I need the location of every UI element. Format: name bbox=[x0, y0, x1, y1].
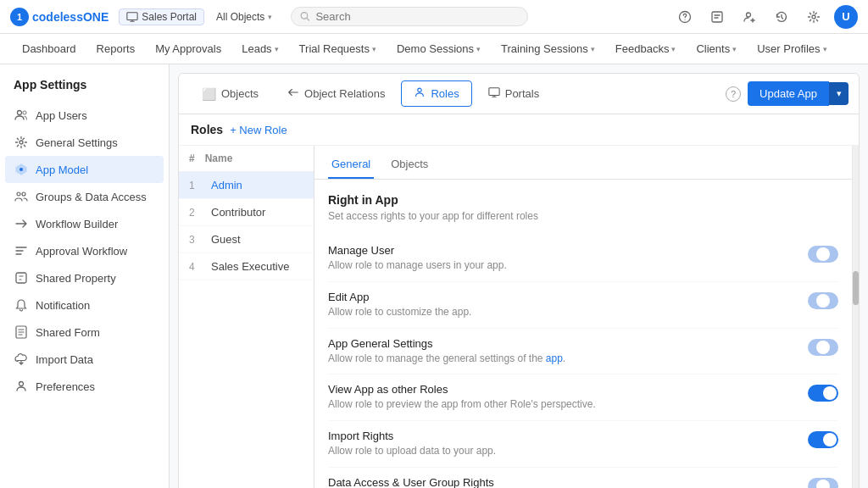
sidebar: App Settings App Users General Settings … bbox=[0, 64, 170, 488]
main-layout: App Settings App Users General Settings … bbox=[0, 64, 868, 488]
sidebar-item-preferences[interactable]: Preferences bbox=[0, 373, 169, 400]
tab-object-relations[interactable]: Object Relations bbox=[275, 80, 398, 107]
chevron-down-icon: ▾ bbox=[476, 45, 481, 53]
preferences-icon bbox=[14, 379, 29, 394]
shared-property-icon bbox=[14, 270, 29, 286]
col-name: Name bbox=[205, 152, 233, 164]
nav-training-sessions[interactable]: Training Sessions▾ bbox=[492, 39, 604, 58]
workflow-icon bbox=[14, 216, 29, 231]
nav-leads[interactable]: Leads▾ bbox=[233, 39, 287, 58]
relations-tab-icon bbox=[287, 86, 299, 101]
nav-user-profiles[interactable]: User Profiles▾ bbox=[748, 39, 835, 58]
sidebar-item-shared-property[interactable]: Shared Property bbox=[0, 264, 169, 291]
sidebar-item-app-model[interactable]: App Model bbox=[5, 156, 164, 183]
scrollbar-thumb[interactable] bbox=[853, 271, 859, 305]
nav-reports[interactable]: Reports bbox=[88, 39, 144, 58]
svg-point-8 bbox=[23, 111, 26, 114]
chevron-down-icon: ▾ bbox=[732, 45, 737, 53]
chevron-down-icon: ▾ bbox=[275, 45, 279, 53]
svg-point-6 bbox=[812, 15, 815, 19]
sidebar-title: App Settings bbox=[0, 75, 169, 102]
sidebar-item-shared-form[interactable]: Shared Form bbox=[0, 319, 169, 346]
table-row[interactable]: 2 Contributor bbox=[179, 199, 314, 226]
sidebar-item-groups-data-access[interactable]: Groups & Data Access bbox=[0, 183, 169, 210]
svg-point-7 bbox=[18, 111, 22, 115]
sidebar-item-general-settings[interactable]: General Settings bbox=[0, 129, 169, 156]
detail-content: Right in App Set access rights to your a… bbox=[314, 180, 852, 488]
table-row[interactable]: 4 Sales Executive bbox=[179, 253, 314, 280]
chevron-down-icon: ▾ bbox=[671, 45, 676, 53]
svg-point-11 bbox=[17, 192, 20, 196]
monitor-icon bbox=[126, 11, 138, 23]
sidebar-item-workflow-builder[interactable]: Workflow Builder bbox=[0, 210, 169, 237]
cloud-icon bbox=[14, 352, 29, 367]
app-badge[interactable]: Sales Portal bbox=[119, 8, 204, 25]
sidebar-item-approval-workflow[interactable]: Approval Workflow bbox=[0, 237, 169, 264]
nav-clients[interactable]: Clients▾ bbox=[687, 39, 745, 58]
table-row[interactable]: 1 Admin bbox=[179, 172, 314, 199]
roles-list-header: # Name bbox=[179, 146, 314, 172]
permission-row-app-general-settings: App General Settings Allow role to manag… bbox=[328, 329, 838, 375]
new-role-button[interactable]: + New Role bbox=[230, 124, 287, 136]
detail-tab-general[interactable]: General bbox=[328, 152, 374, 179]
tabs-header: ⬜ Objects Object Relations Roles bbox=[179, 74, 859, 114]
svg-point-16 bbox=[418, 88, 421, 92]
sidebar-item-app-users[interactable]: App Users bbox=[0, 102, 169, 129]
person-add-icon[interactable] bbox=[737, 5, 761, 29]
logo-icon: 1 bbox=[10, 8, 29, 26]
search-container bbox=[291, 7, 528, 26]
scrollbar[interactable] bbox=[852, 146, 859, 488]
help-icon[interactable] bbox=[673, 5, 697, 29]
roles-bar: Roles + New Role bbox=[179, 114, 859, 146]
data-access-toggle[interactable] bbox=[808, 478, 838, 488]
roles-tab-icon bbox=[414, 86, 426, 101]
nav-trial-requests[interactable]: Trial Requests▾ bbox=[291, 39, 385, 58]
info-icon[interactable]: ? bbox=[726, 86, 741, 102]
logo[interactable]: 1 codelessONE bbox=[10, 8, 108, 26]
roles-list: # Name 1 Admin 2 Contributor 3 Guest bbox=[179, 146, 314, 488]
top-bar: 1 codelessONE Sales Portal All Objects ▾… bbox=[0, 0, 868, 34]
detail-tabs: General Objects bbox=[314, 146, 852, 180]
nav-demo-sessions[interactable]: Demo Sessions▾ bbox=[388, 39, 489, 58]
contacts-icon[interactable] bbox=[705, 5, 729, 29]
update-app-main-button[interactable]: Update App bbox=[748, 81, 829, 106]
import-rights-toggle[interactable] bbox=[808, 431, 838, 448]
search-icon bbox=[300, 11, 310, 22]
svg-point-9 bbox=[19, 141, 23, 144]
history-icon[interactable] bbox=[770, 5, 793, 29]
detail-tab-objects[interactable]: Objects bbox=[387, 152, 431, 179]
bell-icon bbox=[14, 297, 29, 313]
svg-point-10 bbox=[19, 168, 23, 171]
roles-title: Roles bbox=[191, 123, 223, 136]
sidebar-item-import-data[interactable]: Import Data bbox=[0, 346, 169, 373]
svg-point-3 bbox=[684, 19, 685, 19]
table-row[interactable]: 3 Guest bbox=[179, 226, 314, 253]
update-app-dropdown-button[interactable]: ▾ bbox=[829, 82, 849, 105]
sidebar-item-notification[interactable]: Notification bbox=[0, 291, 169, 319]
avatar[interactable]: U bbox=[834, 5, 858, 29]
nav-my-approvals[interactable]: My Approvals bbox=[147, 39, 230, 58]
nav-bar: Dashboard Reports My Approvals Leads▾ Tr… bbox=[0, 34, 868, 64]
nav-dashboard[interactable]: Dashboard bbox=[14, 39, 85, 58]
tab-portals[interactable]: Portals bbox=[476, 80, 552, 107]
search-input[interactable] bbox=[315, 10, 519, 23]
section-desc: Set access rights to your app for differ… bbox=[328, 210, 838, 222]
app-general-settings-toggle[interactable] bbox=[808, 339, 838, 356]
edit-app-toggle[interactable] bbox=[808, 292, 838, 309]
tab-objects[interactable]: ⬜ Objects bbox=[189, 81, 271, 107]
all-objects-button[interactable]: All Objects ▾ bbox=[211, 8, 277, 25]
svg-point-5 bbox=[747, 13, 751, 17]
section-title: Right in App bbox=[328, 193, 838, 207]
col-num: # bbox=[189, 152, 195, 164]
chevron-down-icon: ▾ bbox=[591, 45, 595, 53]
view-app-as-roles-toggle[interactable] bbox=[808, 385, 838, 402]
brand-name: codelessONE bbox=[32, 10, 108, 24]
tab-roles[interactable]: Roles bbox=[401, 80, 471, 107]
form-icon bbox=[14, 324, 29, 340]
content-inner: ⬜ Objects Object Relations Roles bbox=[178, 73, 860, 488]
manage-user-toggle[interactable] bbox=[808, 246, 838, 263]
settings-icon[interactable] bbox=[802, 5, 826, 29]
approval-icon bbox=[14, 243, 29, 258]
nav-feedbacks[interactable]: Feedbacks▾ bbox=[607, 39, 685, 58]
chevron-down-icon: ▾ bbox=[823, 45, 827, 53]
